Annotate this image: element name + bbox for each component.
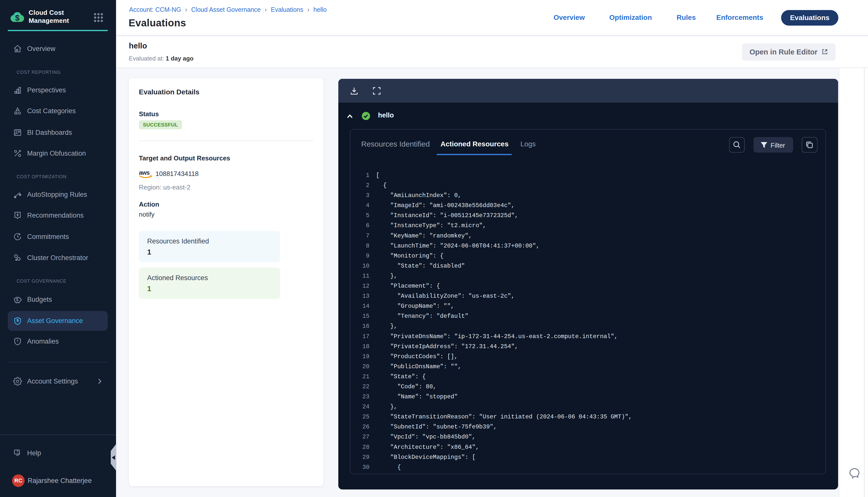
svg-text:$: $ xyxy=(16,297,18,302)
svg-text:aws: aws xyxy=(139,169,150,176)
svg-text:$: $ xyxy=(15,14,19,22)
